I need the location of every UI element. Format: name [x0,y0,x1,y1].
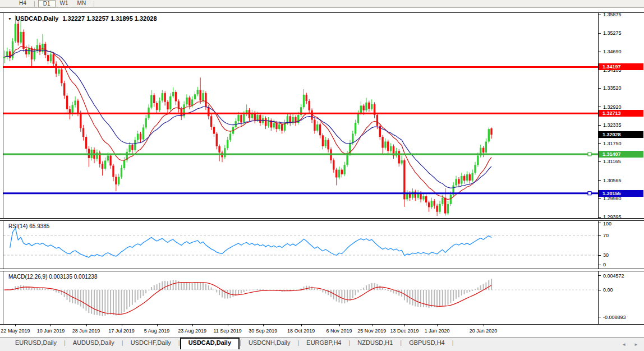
chart-tab-audusd-daily[interactable]: AUDUSD,Daily [66,338,122,349]
level-price-tag: 1.34197 [599,63,643,70]
current-price-tag: 1.32028 [599,131,643,138]
rsi-axis-tick [599,255,601,256]
price-axis-tick [599,217,601,218]
chart-tab-bar: EURUSD,Daily|AUDUSD,Daily|USDCHF,Daily|U… [0,337,644,351]
price-tick-label: 1.35275 [603,30,622,36]
macd-tick-label: 0.004572 [603,273,624,279]
date-label: 11 Sep 2019 [213,328,241,334]
date-axis-tick [192,325,193,326]
date-axis-tick [50,325,51,326]
date-axis-tick [263,325,264,326]
price-tick-label: 1.31750 [603,141,622,146]
rsi-axis-tick [599,265,601,265]
support-line-green-handle[interactable] [588,153,591,156]
date-axis-tick [339,325,340,326]
macd-tick-label: -0.008893 [603,315,626,320]
macd-axis[interactable]: 0.0045720.00-0.008893 [599,271,644,324]
ma-fast-line[interactable] [4,47,491,200]
price-axis-tick [599,88,601,89]
chart-title-row: ▼ USDCAD,Daily 1.32227 1.32257 1.31895 1… [8,15,157,22]
rsi-panel[interactable]: RSI(14) 65.9385 [3,221,599,269]
candlestick-series[interactable] [3,15,493,216]
rsi-canvas[interactable] [3,221,598,269]
tab-scroll-right-icon[interactable]: ► [634,342,638,347]
main-chart-canvas[interactable] [3,13,598,219]
date-axis-tick [484,325,484,326]
level-price-tag: 1.32713 [599,110,643,117]
date-label: 20 Jan 2020 [470,328,498,334]
timeframe-toolbar: H4D1W1MN [0,0,644,8]
chart-symbol-title: USDCAD,Daily [16,15,58,22]
date-axis-tick [157,325,158,326]
date-label: 5 Aug 2019 [144,328,170,334]
date-axis-tick [122,325,122,326]
main-chart-panel[interactable]: ▼ USDCAD,Daily 1.32227 1.32257 1.31895 1… [3,13,599,219]
date-axis-tick [301,325,302,326]
price-tick-label: 1.34690 [603,49,622,54]
price-axis-tick [599,161,601,162]
price-axis-tick [599,180,601,181]
chart-dropdown-icon[interactable]: ▼ [8,17,12,21]
date-axis-tick [437,325,438,326]
date-axis[interactable]: 22 May 201910 Jun 201928 Jun 201917 Jul … [0,324,644,337]
chart-tabs: EURUSD,Daily|AUDUSD,Daily|USDCHF,Daily|U… [0,338,644,349]
rsi-indicator-label: RSI(14) 65.9385 [8,223,49,229]
price-axis-tick [599,52,601,52]
chart-tab-usdcad-daily[interactable]: USDCAD,Daily [180,338,240,349]
date-axis-tick [228,325,228,326]
chart-tab-usdcnh-daily[interactable]: USDCNH,Daily [241,338,298,349]
rsi-line [10,228,491,257]
timeframe-button-w1[interactable]: W1 [56,0,73,7]
timeframe-button-mn[interactable]: MN [73,0,91,7]
macd-tick-label: 0.00 [603,287,613,293]
tab-scroll-left-icon[interactable]: ◄ [622,342,626,347]
macd-axis-tick [599,317,601,317]
chart-tab-nzdusd-h1[interactable]: NZDUSD,H1 [350,338,400,349]
chart-tab-gbpusd-h4[interactable]: GBPUSD,H4 [402,338,452,349]
tab-scroll-controls: ◄ ► [622,342,638,347]
tab-divider: | [452,338,454,346]
price-tick-label: 1.33520 [603,85,622,91]
date-axis-tick [372,325,372,326]
date-label: 6 Nov 2019 [326,328,352,334]
date-label: 25 Nov 2019 [357,328,386,334]
date-label: 13 Dec 2019 [390,328,418,334]
chart-tab-usdchf-daily[interactable]: USDCHF,Daily [123,338,178,349]
rsi-tick-label: 0 [603,262,606,267]
timeframe-button-d1[interactable]: D1 [38,0,56,7]
rsi-tick-label: 100 [603,221,611,227]
price-axis-tick [599,15,601,15]
price-tick-label: 1.31165 [603,159,621,164]
macd-axis-tick [599,275,601,276]
price-axis-tick [599,33,601,34]
chart-tab-eurusd-daily[interactable]: EURUSD,Daily [8,338,64,349]
timeframe-button-h4[interactable]: H4 [15,0,31,7]
price-tick-label: 1.29980 [603,196,622,201]
date-label: 1 Jan 2020 [425,328,450,334]
chart-tab-eurgbp-h4[interactable]: EURGBP,H4 [299,338,348,349]
toolbar-separator [94,1,94,7]
date-axis-tick [404,325,405,326]
date-label: 18 Oct 2019 [287,328,315,334]
date-label: 22 May 2019 [1,328,30,334]
support-line-blue-handle[interactable] [588,192,591,195]
macd-panel[interactable]: MACD(12,26,9) 0.003135 0.001238 [3,271,599,324]
price-tick-label: 1.35875 [603,12,622,17]
price-axis-tick [599,198,601,199]
trading-platform-window: H4D1W1MN ▼ USDCAD,Daily 1.32227 1.32257 … [0,0,644,351]
price-axis-tick [599,107,601,107]
date-axis-tick [15,325,16,326]
rsi-tick-label: 30 [603,252,609,258]
chart-ohlc-quote: 1.32227 1.32257 1.31895 1.32028 [62,15,157,22]
level-price-tag: 1.30155 [599,190,643,197]
price-axis-tick [599,143,601,144]
date-label: 30 Sep 2019 [249,328,277,334]
macd-histogram [4,279,491,316]
date-label: 10 Jun 2019 [37,328,65,334]
rsi-tick-label: 70 [603,233,609,238]
rsi-axis-tick [599,223,601,223]
date-axis-tick [86,325,87,326]
ma-slow-line[interactable] [4,50,491,188]
price-axis[interactable]: 1.358751.352751.346901.341051.335201.329… [599,13,644,219]
rsi-axis[interactable]: 10070300 [599,221,644,269]
